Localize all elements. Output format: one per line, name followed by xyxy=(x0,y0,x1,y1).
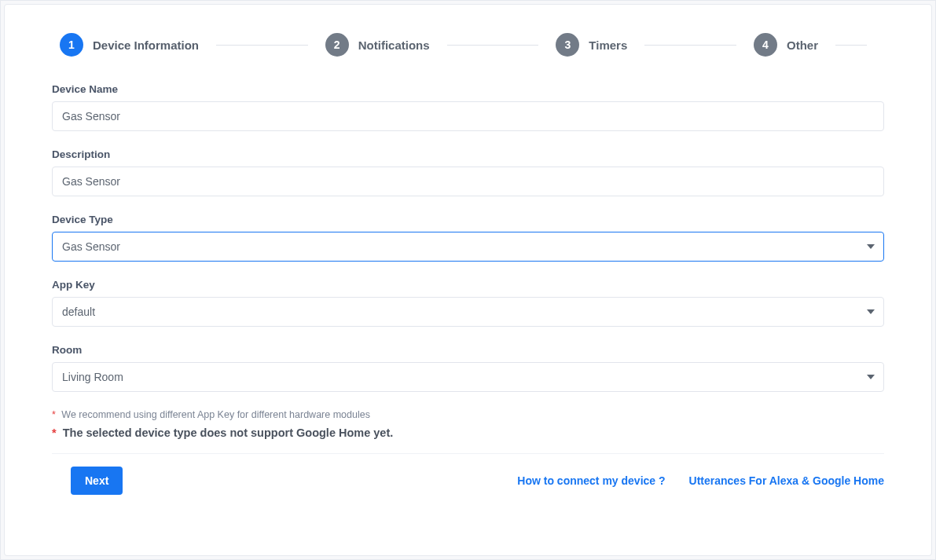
device-name-group: Device Name xyxy=(52,83,884,131)
connect-device-link[interactable]: How to connect my device ? xyxy=(517,474,665,487)
device-type-group: Device Type Gas Sensor xyxy=(52,214,884,262)
step-timers[interactable]: 3 Timers xyxy=(556,33,627,57)
device-name-label: Device Name xyxy=(52,83,884,95)
asterisk-icon: * xyxy=(52,426,57,439)
wizard-stepper: 1 Device Information 2 Notifications 3 T… xyxy=(52,33,884,57)
app-key-group: App Key default xyxy=(52,279,884,327)
step-notifications[interactable]: 2 Notifications xyxy=(325,33,430,57)
step-label: Timers xyxy=(589,38,627,52)
asterisk-icon: * xyxy=(52,409,56,420)
next-button[interactable]: Next xyxy=(71,467,123,495)
step-device-information[interactable]: 1 Device Information xyxy=(60,33,199,57)
notes-block: * We recommend using different App Key f… xyxy=(52,409,884,439)
description-label: Description xyxy=(52,148,884,160)
wizard-footer: Next How to connect my device ? Utteranc… xyxy=(52,467,884,495)
step-number-badge: 4 xyxy=(754,33,777,57)
note-recommend-text: We recommend using different App Key for… xyxy=(61,409,370,420)
description-input[interactable] xyxy=(52,167,884,196)
note-warning-text: The selected device type does not suppor… xyxy=(63,426,394,439)
device-type-select[interactable]: Gas Sensor xyxy=(52,232,884,262)
step-label: Device Information xyxy=(93,38,199,52)
note-recommend: * We recommend using different App Key f… xyxy=(52,409,884,420)
app-key-select[interactable]: default xyxy=(52,297,884,327)
device-type-label: Device Type xyxy=(52,214,884,225)
room-group: Room Living Room xyxy=(52,344,884,392)
description-group: Description xyxy=(52,148,884,196)
room-label: Room xyxy=(52,344,884,356)
note-warning: * The selected device type does not supp… xyxy=(52,426,884,439)
step-label: Notifications xyxy=(358,38,430,52)
step-label: Other xyxy=(787,38,818,52)
footer-links: How to connect my device ? Utterances Fo… xyxy=(517,474,884,487)
device-wizard-card: 1 Device Information 2 Notifications 3 T… xyxy=(4,4,932,556)
app-key-label: App Key xyxy=(52,279,884,291)
step-number-badge: 3 xyxy=(556,33,579,57)
step-other[interactable]: 4 Other xyxy=(754,33,818,57)
device-name-input[interactable] xyxy=(52,101,884,131)
step-connector xyxy=(447,45,539,46)
step-connector xyxy=(644,45,736,46)
divider xyxy=(52,453,884,454)
step-number-badge: 1 xyxy=(60,33,83,57)
step-connector xyxy=(216,45,308,46)
step-number-badge: 2 xyxy=(325,33,349,57)
utterances-link[interactable]: Utterances For Alexa & Google Home xyxy=(689,474,884,487)
step-connector xyxy=(835,45,867,46)
room-select[interactable]: Living Room xyxy=(52,362,884,392)
